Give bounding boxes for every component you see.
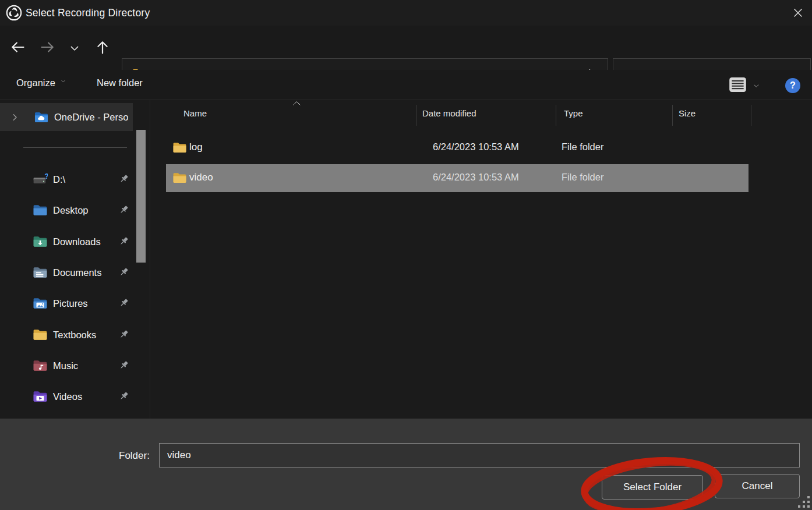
sidebar-item-desktop[interactable]: Desktop [0,198,133,222]
sidebar-item-textbooks[interactable]: Textbooks [0,323,133,347]
sidebar-item-videos[interactable]: Videos [0,384,133,409]
sidebar-item-label: Pictures [53,298,88,309]
list-view-icon[interactable] [729,76,747,93]
sidebar-divider [23,147,127,148]
folder-icon [172,172,187,184]
column-header-date-modified[interactable]: Date modified [422,108,476,118]
sidebar-item-label: Textbooks [53,330,96,341]
title-bar: Select Recording Directory [0,0,812,26]
file-date-modified: 6/24/2023 10:53 AM [433,141,519,153]
sidebar-item-pictures[interactable]: Pictures [0,291,133,316]
recent-locations-chevron-icon[interactable] [69,43,80,54]
sidebar-item-label: Desktop [53,205,89,216]
folder-icon [33,328,48,341]
window-title: Select Recording Directory [26,7,150,19]
pin-icon[interactable] [118,360,129,371]
column-divider[interactable] [751,105,751,126]
sidebar-scrollbar-thumb[interactable] [136,130,146,263]
sidebar-item-d-drive[interactable]: D:\ [0,167,133,192]
help-button[interactable]: ? [785,78,800,93]
view-options-caret-icon[interactable] [753,83,760,89]
pin-icon[interactable] [118,391,129,402]
back-arrow-icon[interactable] [9,39,26,55]
forward-arrow-icon[interactable] [40,39,56,55]
sidebar-item-label: D:\ [53,174,65,185]
sidebar-item-label: Documents [53,267,101,278]
sidebar-item-documents[interactable]: Documents [0,260,133,285]
file-row-video[interactable]: video 6/24/2023 10:53 AM File folder [150,164,812,192]
pin-icon[interactable] [118,298,129,309]
sidebar-item-onedrive[interactable]: OneDrive - Perso [0,103,133,131]
file-list: Name Date modified Type Size log 6/24/20… [150,100,812,419]
column-divider[interactable] [556,105,556,126]
drive-icon [33,173,48,186]
column-divider[interactable] [672,105,673,126]
desktop-folder-icon [33,204,48,217]
main-area: OneDrive - Perso D:\ Desktop Downloads D… [0,100,812,419]
cancel-button[interactable]: Cancel [715,474,800,498]
file-type: File folder [562,172,603,183]
navigation-bar: › Desktop › Multimodal › [0,26,812,70]
onedrive-folder-icon [34,111,49,123]
organize-caret-icon [61,79,66,84]
pin-icon[interactable] [118,173,129,185]
file-type: File folder [562,141,603,153]
file-name: video [189,172,213,183]
pin-icon[interactable] [118,204,129,215]
sidebar-item-label: OneDrive - Perso [54,112,128,123]
sidebar-item-music[interactable]: Music [0,353,133,378]
videos-folder-icon [33,390,48,403]
sidebar-item-label: Videos [53,391,82,402]
sidebar-item-label: Music [53,360,78,371]
organize-button[interactable]: Organize [16,77,66,88]
file-row-log[interactable]: log 6/24/2023 10:53 AM File folder [150,134,812,162]
file-list-header: Name Date modified Type Size [150,100,812,129]
pin-icon[interactable] [118,329,129,340]
obs-logo-icon [5,4,23,22]
downloads-folder-icon [33,235,48,248]
organize-label: Organize [16,77,55,88]
new-folder-button[interactable]: New folder [97,77,143,88]
sort-ascending-caret-icon [292,100,301,106]
expand-chevron-icon[interactable] [10,113,19,122]
pin-icon[interactable] [118,267,129,278]
column-header-name[interactable]: Name [183,108,207,118]
folder-field-label: Folder: [119,450,150,462]
select-folder-button[interactable]: Select Folder [602,475,703,500]
close-icon[interactable] [792,6,804,19]
dialog-toolbar: Organize New folder ? [0,70,812,100]
column-header-type[interactable]: Type [564,108,583,118]
column-header-size[interactable]: Size [679,108,696,118]
folder-name-input[interactable] [159,443,800,468]
sidebar-item-downloads[interactable]: Downloads [0,229,133,254]
folder-icon [172,141,187,154]
sidebar-item-label: Downloads [53,236,101,247]
music-folder-icon [33,359,48,372]
up-arrow-icon[interactable] [94,39,111,55]
file-name: log [189,141,203,153]
file-date-modified: 6/24/2023 10:53 AM [433,172,519,183]
documents-folder-icon [33,266,48,279]
sidebar: OneDrive - Perso D:\ Desktop Downloads D… [0,100,150,419]
column-divider[interactable] [416,105,416,126]
pictures-folder-icon [33,297,48,310]
pin-icon[interactable] [118,236,129,247]
footer-panel: Folder: Select Folder Cancel [0,419,812,510]
resize-grip[interactable] [797,495,811,509]
